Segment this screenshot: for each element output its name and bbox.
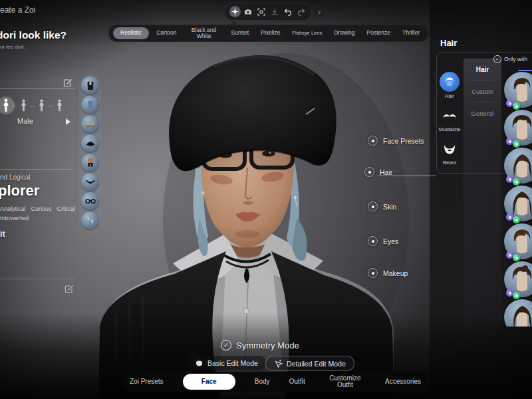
tab-zoi-presets[interactable]: Zoi Presets xyxy=(130,378,164,386)
filter-black-and-white[interactable]: Black and White xyxy=(184,26,224,41)
tag: Introverted xyxy=(0,215,29,221)
section-mustache[interactable]: Mustache xyxy=(439,108,461,132)
dotted-target-icon xyxy=(364,167,374,177)
page-title: eate a Zoi xyxy=(0,5,35,15)
equipped-item-choker[interactable] xyxy=(81,173,99,191)
equipped-item-earrings[interactable] xyxy=(81,211,99,229)
equipped-item-glasses[interactable] xyxy=(81,192,99,210)
equipped-item-shoes[interactable] xyxy=(81,115,99,133)
person-variant-icon[interactable] xyxy=(37,98,46,113)
chevron-down-icon[interactable]: ∨ xyxy=(313,6,325,17)
tag: Curious xyxy=(31,205,52,212)
hair-thumbnail[interactable] xyxy=(504,186,532,221)
subtab-hair[interactable]: Hair xyxy=(464,61,501,77)
top-toolbar xyxy=(224,3,312,21)
hair-subtab-column: Hair Custom General xyxy=(464,59,501,326)
dotted-target-icon xyxy=(368,201,378,211)
category-eyes[interactable]: Eyes xyxy=(368,236,398,246)
tab-customize-outfit[interactable]: Customize Outfit xyxy=(325,375,366,389)
hair-panel-title: Hair xyxy=(440,38,457,48)
filter-sunset[interactable]: Sunset xyxy=(227,29,253,37)
hair-thumbnail[interactable] xyxy=(504,72,532,108)
hair-thumbnail[interactable] xyxy=(504,261,532,297)
dotted-target-icon xyxy=(368,236,378,246)
redo-icon[interactable] xyxy=(296,6,307,17)
beard-icon xyxy=(440,141,460,158)
style-filter-bar: Realistic Cartoon Black and White Sunset… xyxy=(108,25,429,42)
edit-identity-icon[interactable] xyxy=(63,78,72,87)
category-skin[interactable]: Skin xyxy=(368,201,396,211)
badge-icon xyxy=(513,140,520,148)
circled-check-icon: ✓ xyxy=(221,340,231,350)
cursor-wand-icon xyxy=(274,359,283,368)
tab-face[interactable]: Face xyxy=(183,374,235,390)
personality-trait: nd Logical xyxy=(0,174,31,181)
detailed-edit-mode-button[interactable]: Detailed Edit Mode xyxy=(265,356,354,371)
symmetry-mode-label: Symmetry Mode xyxy=(236,340,299,350)
hair-thumbnail[interactable] xyxy=(504,223,532,259)
tab-outfit[interactable]: Outfit xyxy=(289,378,305,386)
person-variant-icon[interactable] xyxy=(19,98,28,113)
face-icon xyxy=(195,358,203,367)
camera-icon[interactable] xyxy=(243,6,254,17)
badge-icon xyxy=(513,178,520,186)
person-variant-icon[interactable] xyxy=(1,98,10,113)
hair-thumbnail-list xyxy=(504,72,532,327)
personality-edit-link[interactable]: it xyxy=(0,229,5,239)
question-subtext: or lee dori. xyxy=(0,44,25,50)
category-makeup[interactable]: Makeup xyxy=(368,268,408,278)
symmetry-mode-toggle[interactable]: ✓ Symmetry Mode xyxy=(221,340,299,350)
dotted-target-icon xyxy=(368,136,378,146)
filter-posterize[interactable]: Posterize xyxy=(362,29,394,37)
personality-tags-row1: Analytical Curious Critical xyxy=(0,205,75,212)
tag: Analytical xyxy=(0,205,26,212)
tag: Critical xyxy=(57,205,76,212)
subtab-custom[interactable]: Custom xyxy=(464,83,501,99)
bottom-tab-bar: Zoi Presets Face Body Outfit Customize O… xyxy=(123,372,428,392)
gender-value: Male xyxy=(17,117,33,125)
hair-section-column: Hair Mustache Beard xyxy=(436,72,463,166)
tab-body[interactable]: Body xyxy=(255,378,270,386)
hair-thumbnail[interactable] xyxy=(504,148,532,184)
filter-thriller[interactable]: Thriller xyxy=(398,29,424,37)
filter-fisheye-lens[interactable]: Fisheye Lens xyxy=(288,29,327,37)
subtab-general[interactable]: General xyxy=(464,105,501,121)
next-gender-arrow-icon[interactable] xyxy=(66,118,70,125)
category-face-presets[interactable]: Face Presets xyxy=(368,136,424,146)
filter-cartoon[interactable]: Cartoon xyxy=(152,29,181,37)
section-hair[interactable]: Hair xyxy=(440,72,460,99)
divider xyxy=(0,88,74,89)
hair-thumbnail[interactable] xyxy=(504,299,532,327)
edit-section-icon[interactable] xyxy=(65,284,74,293)
age-gender-selector xyxy=(0,96,76,116)
filter-realistic[interactable]: Realistic xyxy=(113,27,149,39)
equipped-item-jeans[interactable] xyxy=(81,96,99,114)
badge-icon xyxy=(513,102,520,110)
circled-check-icon: ✓ xyxy=(493,55,501,63)
basic-edit-mode-button[interactable]: Basic Edit Mode xyxy=(187,356,266,370)
hair-icon xyxy=(440,72,460,92)
character-creator-screen: eate a Zoi dori look like? or lee dori. … xyxy=(0,0,532,399)
only-with-checkbox[interactable]: ✓ Only with xyxy=(493,55,527,63)
equipped-item-beret[interactable] xyxy=(81,134,99,152)
sparkle-ai-icon[interactable] xyxy=(229,6,241,17)
equipped-item-bodysuit[interactable] xyxy=(81,154,99,172)
hair-connector-line xyxy=(378,176,436,176)
question-heading: dori look like? xyxy=(0,29,66,41)
filter-drawing[interactable]: Drawing xyxy=(329,29,359,37)
badge-icon xyxy=(513,254,520,261)
hair-thumbnail[interactable] xyxy=(504,110,532,146)
divider xyxy=(0,279,75,279)
personality-archetype: plorer xyxy=(0,182,39,200)
personality-tags-row2: Introverted xyxy=(0,215,29,221)
download-icon[interactable] xyxy=(269,6,281,17)
tab-accessories[interactable]: Accessories xyxy=(385,378,421,386)
person-variant-icon[interactable] xyxy=(55,98,64,113)
equipped-items-rail xyxy=(79,74,101,233)
undo-icon[interactable] xyxy=(283,6,294,17)
filter-pixelize[interactable]: Pixelize xyxy=(256,29,285,37)
dotted-target-icon xyxy=(368,268,378,278)
equipped-item-vest[interactable] xyxy=(81,76,99,94)
section-beard[interactable]: Beard xyxy=(440,141,460,166)
face-scan-icon[interactable] xyxy=(256,6,267,17)
